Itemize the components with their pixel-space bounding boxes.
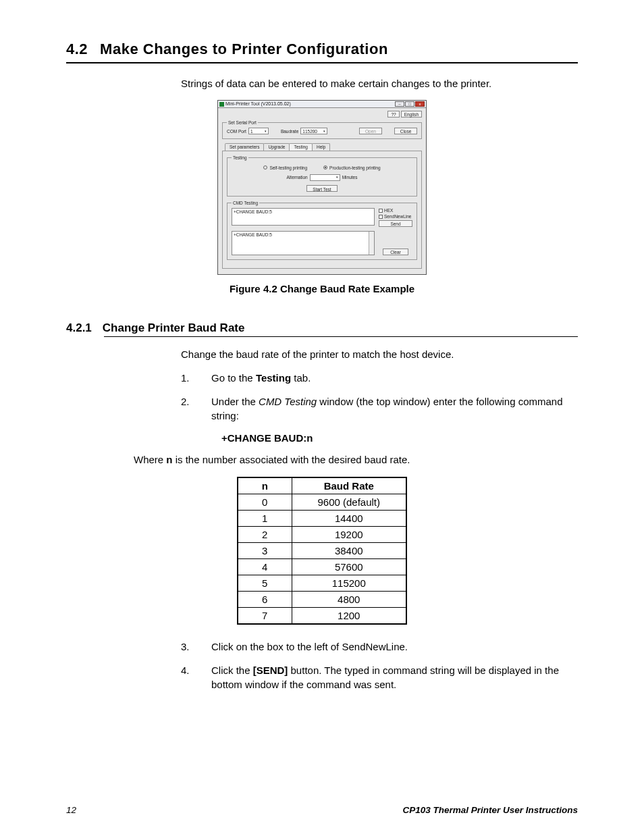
- tab-upgrade[interactable]: Upgrade: [263, 143, 290, 150]
- figure-caption: Figure 4.2 Change Baud Rate Example: [66, 283, 578, 294]
- steps-list: 1. Go to the Testing tab. 2. Under the C…: [181, 371, 578, 423]
- cell: 5: [238, 575, 292, 591]
- cell: 3: [238, 542, 292, 558]
- step-2: 2. Under the CMD Testing window (the top…: [181, 394, 578, 423]
- baudrate-select[interactable]: 115200▾: [300, 128, 327, 134]
- cell: 57600: [292, 558, 406, 575]
- cell: 4: [238, 558, 292, 575]
- cell: 2: [238, 526, 292, 542]
- lang-unknown-button[interactable]: ??: [387, 111, 399, 118]
- intro-paragraph: Strings of data can be entered to make c…: [181, 77, 578, 90]
- tab-bar: Set parameters Upgrade Testing Help: [225, 143, 422, 150]
- close-button[interactable]: Close: [394, 128, 417, 134]
- doc-title: CP103 Thermal Printer User Instructions: [402, 805, 578, 815]
- cell: 0: [238, 494, 292, 510]
- cell: 4800: [292, 591, 406, 607]
- maximize-icon[interactable]: □: [405, 101, 414, 107]
- subsection-number: 4.2.1: [66, 321, 92, 335]
- section-title: Make Changes to Printer Configuration: [100, 41, 388, 58]
- subsection-rule: [104, 336, 578, 337]
- app-window: Mini-Printer Tool (V2013.05.02) – □ x ??…: [217, 100, 427, 275]
- cmd-input-textarea[interactable]: +CHANGE BAUD:5: [232, 208, 375, 226]
- cmd-testing-legend: CMD Testing: [232, 201, 259, 205]
- scrollbar[interactable]: [369, 232, 374, 255]
- titlebar: Mini-Printer Tool (V2013.05.02) – □ x: [218, 101, 426, 108]
- send-button[interactable]: Send: [379, 220, 412, 227]
- cell: 115200: [292, 575, 406, 591]
- tab-help[interactable]: Help: [312, 143, 330, 150]
- page-number: 12: [66, 805, 76, 815]
- command-string: +CHANGE BAUD:n: [221, 432, 578, 444]
- minimize-icon[interactable]: –: [395, 101, 404, 107]
- cell: 1200: [292, 607, 406, 624]
- clear-button[interactable]: Clear: [383, 249, 408, 255]
- com-port-label: COM Port: [227, 129, 246, 134]
- section-number: 4.2: [66, 41, 88, 58]
- section-heading: 4.2 Make Changes to Printer Configuratio…: [66, 41, 578, 63]
- testing-fieldset: Testing Self-testing printing Production…: [227, 155, 417, 197]
- hex-label: HEX: [384, 208, 393, 213]
- close-icon[interactable]: x: [415, 101, 425, 107]
- tab-testing[interactable]: Testing: [289, 143, 313, 150]
- subsection-title: Change Printer Baud Rate: [103, 321, 245, 335]
- lang-english-button[interactable]: English: [401, 111, 422, 118]
- steps-list-cont: 3. Click on the box to the left of SendN…: [181, 640, 578, 692]
- page-footer: 12 CP103 Thermal Printer User Instructio…: [66, 805, 578, 815]
- where-note: Where n is the number associated with th…: [134, 453, 578, 467]
- cmd-testing-fieldset: CMD Testing +CHANGE BAUD:5 HEX SendNewLi…: [227, 201, 417, 260]
- cell: 38400: [292, 542, 406, 558]
- radio-self-label: Self-testing printing: [269, 165, 307, 170]
- cell: 19200: [292, 526, 406, 542]
- com-port-select[interactable]: 1▾: [248, 128, 269, 134]
- cell: 14400: [292, 510, 406, 526]
- radio-production-label: Production-testing printing: [329, 165, 381, 170]
- alternation-select[interactable]: ▾: [310, 174, 340, 181]
- chevron-down-icon: ▾: [336, 176, 338, 180]
- hex-checkbox[interactable]: [379, 209, 383, 213]
- baud-rate-table: nBaud Rate 09600 (default) 114400 219200…: [237, 477, 407, 625]
- serial-port-fieldset: Set Serial Port COM Port 1▾ Baudrate 115…: [222, 120, 422, 139]
- step-3: 3. Click on the box to the left of SendN…: [181, 640, 578, 654]
- baudrate-label: Baudrate: [281, 129, 298, 134]
- tab-set-parameters[interactable]: Set parameters: [225, 143, 264, 150]
- sendnewline-label: SendNewLine: [384, 214, 411, 219]
- cell: 6: [238, 591, 292, 607]
- th-baud: Baud Rate: [292, 477, 406, 494]
- alternation-label: Alternation: [287, 175, 308, 180]
- sendnewline-checkbox[interactable]: [379, 215, 383, 219]
- cmd-output-textarea[interactable]: +CHANGE BAUD:5: [232, 231, 375, 255]
- subsection-heading: 4.2.1 Change Printer Baud Rate: [66, 321, 578, 335]
- step-4: 4. Click the [SEND] button. The typed in…: [181, 663, 578, 692]
- radio-self-testing[interactable]: [263, 165, 267, 170]
- step-1: 1. Go to the Testing tab.: [181, 371, 578, 385]
- serial-port-legend: Set Serial Port: [227, 120, 258, 125]
- cell: 7: [238, 607, 292, 624]
- tab-panel-testing: Testing Self-testing printing Production…: [222, 151, 422, 269]
- chevron-down-icon: ▾: [323, 130, 325, 134]
- th-n: n: [238, 477, 292, 494]
- radio-production-testing[interactable]: [323, 165, 327, 170]
- cell: 1: [238, 510, 292, 526]
- window-title: Mini-Printer Tool (V2013.05.02): [225, 101, 291, 107]
- testing-legend: Testing: [232, 155, 248, 160]
- open-button[interactable]: Open: [359, 128, 382, 134]
- app-icon: [219, 102, 224, 107]
- minutes-label: Minutes: [342, 175, 358, 180]
- subsection-intro: Change the baud rate of the printer to m…: [181, 348, 578, 361]
- figure-container: Mini-Printer Tool (V2013.05.02) – □ x ??…: [66, 100, 578, 275]
- chevron-down-icon: ▾: [265, 130, 267, 134]
- start-test-button[interactable]: Start Test: [306, 185, 337, 192]
- cell: 9600 (default): [292, 494, 406, 510]
